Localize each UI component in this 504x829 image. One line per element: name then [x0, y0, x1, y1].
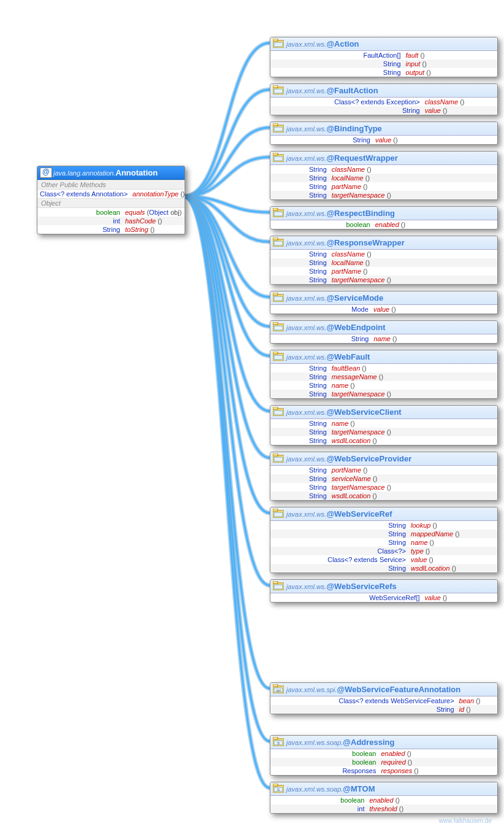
section-other: Other Public Methods — [37, 180, 185, 190]
svg-rect-14 — [274, 212, 283, 216]
package-icon — [273, 453, 284, 463]
attribution-link[interactable]: www.falkhausen.de — [439, 817, 492, 824]
package-icon: spi — [273, 684, 284, 693]
package-label: javax.xml.ws. — [286, 353, 326, 361]
svg-rect-17 — [274, 241, 283, 245]
package-label: javax.xml.ws.spi. — [286, 686, 337, 693]
svg-rect-31 — [273, 453, 278, 456]
package-label: javax.xml.ws. — [286, 455, 326, 463]
svg-rect-40 — [273, 684, 278, 687]
annotation-node[interactable]: javax.xml.ws.@FaultActionClass<? extends… — [270, 83, 498, 115]
svg-rect-29 — [274, 411, 283, 415]
package-label: javax.xml.ws. — [286, 210, 326, 217]
svg-text:spi: spi — [276, 688, 281, 692]
package-icon — [273, 208, 284, 217]
svg-rect-26 — [274, 355, 283, 360]
svg-rect-38 — [274, 585, 283, 589]
package-icon — [273, 237, 284, 247]
package-label: javax.xml.ws.soap. — [286, 785, 343, 793]
package-label: javax.xml.ws. — [286, 239, 326, 247]
svg-rect-4 — [273, 85, 278, 88]
class-name: @FaultAction — [326, 86, 378, 95]
annotation-node[interactable]: javax.xml.ws.@ServiceModeModevalue () — [270, 291, 498, 314]
package-icon — [273, 153, 284, 162]
package-icon — [273, 509, 284, 518]
diagram-canvas: { "footer": "www.falkhausen.de", "root":… — [0, 0, 504, 829]
package-icon — [273, 352, 284, 361]
package-label: java.lang.annotation. — [53, 169, 116, 177]
package-icon — [273, 123, 284, 133]
annotation-node[interactable]: javax.xml.ws.@WebServiceRefsWebServiceRe… — [270, 579, 498, 603]
svg-rect-44 — [273, 737, 278, 739]
svg-text:S: S — [277, 788, 280, 792]
class-name: @MTOM — [343, 784, 375, 793]
package-label: javax.xml.ws. — [286, 87, 326, 94]
annotation-node[interactable]: javax.xml.ws.@WebFaultStringfaultBean ()… — [270, 350, 498, 399]
svg-rect-32 — [274, 457, 283, 461]
package-label: javax.xml.ws. — [286, 511, 326, 518]
svg-rect-19 — [273, 293, 278, 295]
class-name: @ServiceMode — [326, 293, 383, 303]
package-label: javax.xml.ws. — [286, 324, 326, 331]
class-name: Annotation — [116, 168, 158, 177]
annotation-icon — [40, 168, 51, 177]
class-name: @WebServiceRefs — [326, 582, 396, 591]
class-name: @WebFault — [326, 352, 370, 361]
section-object: Object — [37, 198, 185, 208]
svg-rect-28 — [273, 407, 278, 409]
package-icon — [273, 407, 284, 416]
class-name: @BindingType — [326, 124, 381, 133]
svg-rect-37 — [273, 581, 278, 584]
svg-rect-2 — [274, 42, 283, 47]
annotation-node[interactable]: Sjavax.xml.ws.soap.@MTOMbooleanenabled (… — [270, 782, 498, 814]
package-icon — [273, 322, 284, 331]
class-name: @WebServiceFeatureAnnotation — [337, 685, 461, 694]
class-name: @Addressing — [343, 738, 394, 747]
annotation-node[interactable]: javax.xml.ws.@WebServiceRefStringlookup … — [270, 507, 498, 573]
svg-rect-48 — [273, 784, 278, 786]
class-name: @RequestWrapper — [326, 153, 397, 163]
svg-rect-8 — [274, 127, 283, 131]
annotation-node[interactable]: javax.xml.ws.@BindingTypeStringvalue () — [270, 121, 498, 145]
class-name: @Action — [326, 39, 359, 48]
svg-rect-1 — [273, 39, 278, 41]
svg-rect-7 — [273, 123, 278, 126]
annotation-node[interactable]: javax.xml.ws.@RespectBindingbooleanenabl… — [270, 206, 498, 229]
annotation-node[interactable]: javax.xml.ws.@WebServiceProviderStringpo… — [270, 452, 498, 501]
annotation-node[interactable]: spijavax.xml.ws.spi.@WebServiceFeatureAn… — [270, 682, 498, 714]
annotation-node[interactable]: Sjavax.xml.ws.soap.@Addressingbooleanena… — [270, 735, 498, 776]
annotation-node[interactable]: javax.xml.ws.@RequestWrapperStringclassN… — [270, 151, 498, 200]
package-label: javax.xml.ws. — [286, 155, 326, 162]
annotation-node[interactable]: javax.xml.ws.@ActionFaultAction[]fault (… — [270, 37, 498, 77]
package-label: javax.xml.ws. — [286, 125, 326, 133]
package-icon — [273, 39, 284, 48]
svg-rect-16 — [273, 237, 278, 240]
annotation-node[interactable]: javax.xml.ws.@WebServiceClientStringname… — [270, 405, 498, 445]
package-icon: S — [273, 784, 284, 793]
class-name: @WebEndpoint — [326, 323, 385, 332]
svg-rect-20 — [274, 296, 283, 301]
package-label: javax.xml.ws. — [286, 295, 326, 302]
svg-rect-25 — [273, 352, 278, 354]
svg-rect-10 — [273, 153, 278, 155]
class-name: @ResponseWrapper — [326, 238, 404, 247]
svg-rect-22 — [273, 322, 278, 325]
package-label: javax.xml.ws. — [286, 409, 326, 416]
package-label: javax.xml.ws. — [286, 40, 326, 48]
svg-rect-13 — [273, 208, 278, 210]
annotation-node[interactable]: javax.xml.ws.@ResponseWrapperStringclass… — [270, 236, 498, 285]
package-icon: S — [273, 737, 284, 746]
annotation-root-node[interactable]: java.lang.annotation.AnnotationOther Pub… — [37, 166, 185, 234]
svg-rect-11 — [274, 156, 283, 161]
package-icon — [273, 293, 284, 302]
svg-text:S: S — [277, 741, 280, 745]
class-name: @WebServiceProvider — [326, 454, 411, 463]
package-label: javax.xml.ws. — [286, 583, 326, 590]
class-name: @WebServiceClient — [326, 407, 401, 417]
svg-rect-5 — [274, 89, 283, 93]
annotation-node[interactable]: javax.xml.ws.@WebEndpointStringname () — [270, 320, 498, 344]
package-icon — [273, 85, 284, 94]
svg-rect-23 — [274, 326, 283, 330]
class-name: @RespectBinding — [326, 209, 395, 218]
svg-rect-35 — [274, 512, 283, 517]
